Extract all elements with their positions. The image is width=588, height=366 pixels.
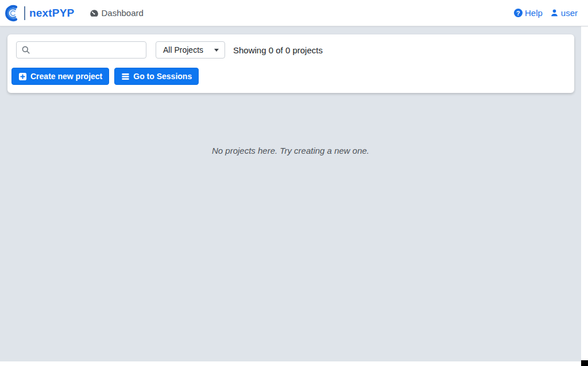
caret-down-icon xyxy=(214,49,219,52)
help-link[interactable]: ? Help xyxy=(514,8,543,18)
filter-row: All Projects Showing 0 of 0 projects xyxy=(7,34,574,59)
empty-state-message: No projects here. Try creating a new one… xyxy=(0,146,581,155)
question-circle-icon: ? xyxy=(514,9,523,17)
results-summary: Showing 0 of 0 projects xyxy=(233,45,323,55)
projects-toolbar-card: All Projects Showing 0 of 0 projects Cre… xyxy=(7,34,574,93)
search-input[interactable] xyxy=(16,41,146,59)
stack-icon xyxy=(121,72,130,81)
corner-artifact xyxy=(581,360,588,366)
plus-square-icon xyxy=(18,72,27,81)
search-box xyxy=(16,41,146,59)
user-menu-link[interactable]: user xyxy=(550,8,578,18)
person-icon xyxy=(550,9,559,17)
go-to-sessions-button[interactable]: Go to Sessions xyxy=(114,68,199,85)
project-filter-select[interactable]: All Projects xyxy=(156,41,225,59)
top-navbar: nextPYP Dashboard ? Help user xyxy=(0,0,588,26)
create-new-project-button[interactable]: Create new project xyxy=(11,68,109,85)
project-filter-value: All Projects xyxy=(163,45,203,54)
brand-name: nextPYP xyxy=(29,7,75,20)
main-content: All Projects Showing 0 of 0 projects Cre… xyxy=(0,26,581,361)
help-link-label: Help xyxy=(525,8,543,18)
nav-item-dashboard-label: Dashboard xyxy=(102,8,144,18)
nextpyp-wave-logo-icon xyxy=(5,5,22,22)
brand-home-link[interactable]: nextPYP xyxy=(5,5,75,22)
user-menu-label: user xyxy=(561,8,578,18)
tachometer-icon xyxy=(90,9,99,18)
brand-divider xyxy=(24,6,25,20)
nav-item-dashboard[interactable]: Dashboard xyxy=(90,8,144,18)
go-to-sessions-label: Go to Sessions xyxy=(133,72,192,81)
actions-row: Create new project Go to Sessions xyxy=(11,68,574,85)
create-new-project-label: Create new project xyxy=(30,72,102,81)
